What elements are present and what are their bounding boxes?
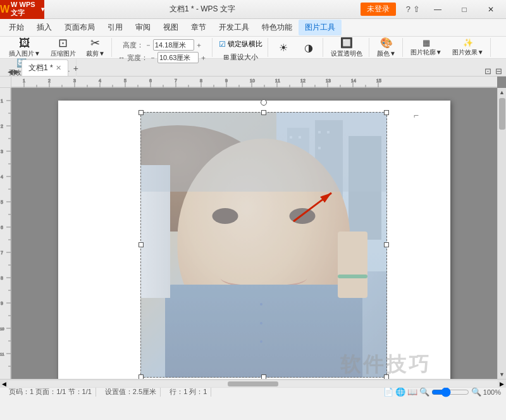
zoom-in-button[interactable]: 🔍 [471,387,481,397]
scrollbar-horizontal: ◀ ▶ [0,379,506,388]
image-container[interactable] [140,112,387,378]
increase-height-btn[interactable]: ＋ [195,40,202,50]
login-button[interactable]: 未登录 [361,3,396,16]
handle-middle-left[interactable] [139,242,144,247]
width-label: ↔ 宽度： [118,53,148,63]
svg-text:14: 14 [351,78,356,83]
svg-text:7: 7 [1,250,3,255]
effect-icon: ✨ [463,38,473,47]
handle-top-left[interactable] [139,110,144,115]
minimize-button[interactable]: — [425,1,450,18]
height-input[interactable] [153,39,194,51]
close-button[interactable]: ✕ [478,1,503,18]
view-web-button[interactable]: 🌐 [395,387,405,397]
compress-picture-button[interactable]: ⊡ 压缩图片 [47,36,80,59]
scroll-thumb[interactable] [499,98,505,130]
menu-special[interactable]: 特色功能 [256,20,299,35]
menu-start[interactable]: 开始 [3,20,30,35]
document-page: ⌐ [58,101,450,379]
toolbar-group-insert: 🖼 插入图片▼ ⊡ 压缩图片 ✂ 裁剪▼ [3,38,112,57]
menu-reference[interactable]: 引用 [101,20,129,35]
tab-close-button[interactable]: ✕ [56,64,61,72]
toolbar-row-1: 🖼 插入图片▼ ⊡ 压缩图片 ✂ 裁剪▼ 高度： － ＋ ↔ 宽度： － [0,37,506,58]
transparent-color-button[interactable]: 🔲 设置透明色 [327,35,366,59]
svg-text:5: 5 [1,200,3,204]
tab-icon-2[interactable]: ⊟ [495,66,502,76]
toolbar-group-adjust: ☀ ◑ [269,38,323,57]
handle-bottom-center[interactable] [261,374,266,379]
contrast-button[interactable]: ◑ [297,40,320,55]
menu-view[interactable]: 视图 [157,20,185,35]
toolbar-group-transparent: 🔲 设置透明色 [324,38,369,57]
resize-button[interactable]: ⊞ 重设大小 [221,51,261,63]
page-area[interactable]: ⌐ [11,88,497,379]
scroll-up-button[interactable]: ▲ [498,88,506,97]
svg-text:2: 2 [1,124,3,128]
zoom-level: 100% [483,388,501,396]
content-row: 1 2 3 4 5 6 7 8 [0,88,506,379]
contrast-icon: ◑ [304,42,313,54]
zoom-slider[interactable] [431,388,469,396]
width-input[interactable] [157,52,199,63]
menu-review[interactable]: 审阅 [129,20,157,35]
view-print-button[interactable]: 📄 [383,387,393,397]
brightness-button[interactable]: ☀ [272,40,295,55]
brightness-icon: ☀ [279,42,288,54]
gallery-button[interactable]: ▦ 图片轮廓▼ [407,37,446,58]
view-read-button[interactable]: 📖 [407,387,417,397]
h-scroll-track[interactable] [8,381,498,387]
menu-developer[interactable]: 开发工具 [213,20,256,35]
tab-icon-1[interactable]: ⊡ [484,66,491,76]
svg-text:8: 8 [200,78,202,83]
main-wrapper: 1 2 3 4 5 6 7 8 [0,77,506,384]
menu-section[interactable]: 章节 [185,20,213,35]
row-col-status: 行：1 列：1 [166,387,211,397]
svg-text:11: 11 [0,352,4,356]
doc-tab[interactable]: 文档1 * ✕ [22,59,68,76]
zoom-out-button[interactable]: 🔍 [419,387,429,397]
handle-middle-right[interactable] [384,242,389,247]
svg-text:1: 1 [23,78,25,83]
color-icon: 🎨 [380,37,393,49]
scroll-down-button[interactable]: ▼ [498,370,506,379]
svg-text:11: 11 [275,78,280,83]
scroll-right-button[interactable]: ▶ [498,381,506,387]
crop-button[interactable]: ✂ 裁剪▼ [82,36,109,59]
h-scroll-thumb[interactable] [228,381,278,386]
menu-insert[interactable]: 插入 [30,20,58,35]
tab-nav-right[interactable]: ▶ [14,68,19,76]
color-button[interactable]: 🎨 颜色▼ [373,35,400,59]
ruler-corner [0,77,11,88]
svg-text:9: 9 [1,301,3,306]
share-icon[interactable]: ⇧ [413,4,420,14]
menu-layout[interactable]: 页面布局 [58,20,101,35]
increase-width-btn[interactable]: ＋ [200,53,207,63]
view-mode-buttons: 📄 🌐 📖 🔍 🔍 100% [383,387,501,397]
handle-bottom-left[interactable] [139,374,144,379]
menu-picture-tools[interactable]: 图片工具 [299,20,342,35]
decrease-height-btn[interactable]: － [145,40,152,50]
selection-handles [140,112,387,378]
scrollbar-vertical: ▲ ▼ [497,88,506,379]
rotate-handle[interactable] [261,99,267,106]
gallery-icon: ▦ [423,38,430,47]
decrease-width-btn[interactable]: － [149,53,156,63]
compress-icon: ⊡ [58,37,68,49]
scroll-track[interactable] [498,97,506,370]
vertical-ruler: 1 2 3 4 5 6 7 8 [0,88,11,379]
tab-add-button[interactable]: + [68,61,83,76]
handle-top-center[interactable] [261,110,266,115]
insert-picture-button[interactable]: 🖼 插入图片▼ [5,36,44,59]
scroll-left-button[interactable]: ◀ [0,381,8,387]
effect-button[interactable]: ✨ 图片效果▼ [448,37,488,58]
maximize-button[interactable]: □ [452,1,477,18]
help-icon[interactable]: ? [406,4,410,14]
lock-ratio-checkbox[interactable]: ☑ 锁定纵横比 [219,39,262,49]
svg-text:3: 3 [73,78,76,83]
toolbar-group-size: 高度： － ＋ ↔ 宽度： － ＋ [113,38,213,57]
handle-top-right[interactable] [384,110,389,115]
tab-right-area: ⊡ ⊟ [484,66,506,76]
tab-nav-left[interactable]: ◀ [8,68,13,76]
svg-text:4: 4 [99,78,101,83]
setting-status: 设置值：2.5厘米 [101,387,161,397]
